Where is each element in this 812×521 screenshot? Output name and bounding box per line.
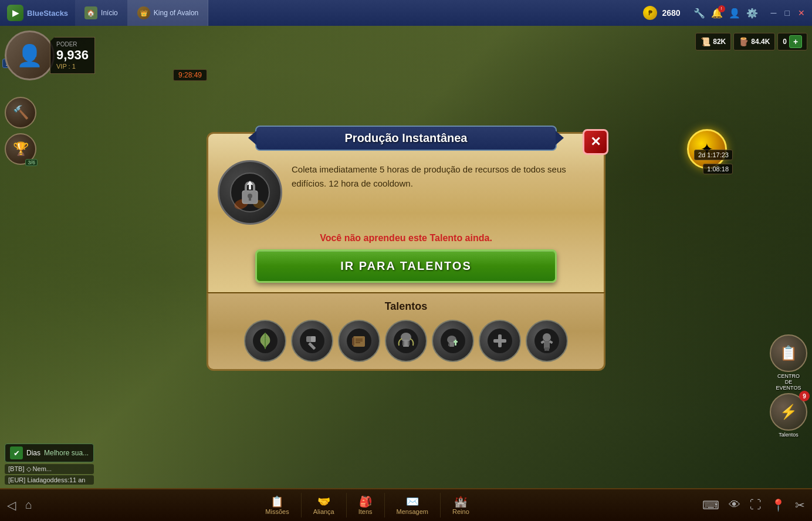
sidebar-btn-2-wrap: 🏆 3/6 — [5, 133, 36, 165]
quest-check-icon: ✔ — [10, 446, 23, 459]
inicio-tab-icon: 🏠 — [84, 6, 97, 19]
right-timer-area: 2d 1:17:23 1:08:18 — [694, 150, 733, 174]
svg-rect-10 — [311, 336, 316, 342]
nav-center: 📋 Missões 🤝 Aliança 🎒 Itens ✉️ Mensagem … — [253, 493, 481, 517]
tools-icon[interactable]: 🔧 — [693, 8, 705, 19]
talento-icon-1 — [252, 328, 278, 354]
tab-king-of-avalon[interactable]: 👑 King of Avalon — [128, 0, 209, 26]
sidebar-btn-1[interactable]: 🔨 — [5, 97, 36, 128]
svg-rect-25 — [448, 343, 450, 346]
koa-tab-label: King of Avalon — [154, 9, 199, 17]
resource-food: 📜 82K — [695, 33, 731, 50]
svg-rect-20 — [402, 341, 404, 346]
wood-icon: 🪵 — [739, 37, 749, 46]
modal-warning-text: Você não aprendeu este Talento ainda. — [218, 233, 594, 243]
svg-rect-30 — [493, 339, 506, 343]
other-value: 0 — [783, 38, 787, 46]
nav-alianca-btn[interactable]: 🤝 Aliança — [302, 493, 347, 517]
nav-keyboard-icon[interactable]: ⌨ — [702, 498, 719, 512]
tab-inicio[interactable]: 🏠 Início — [75, 0, 128, 26]
item-icon-svg — [229, 172, 270, 213]
talentos-btn[interactable]: ⚡ 9 Talentos — [770, 393, 807, 438]
close-button[interactable]: ✕ — [796, 8, 807, 18]
minimize-button[interactable]: ─ — [769, 8, 779, 18]
coin-icon: ₱ — [643, 6, 657, 20]
chat-line-1: [BTB] ◇ Nem... — [5, 464, 94, 474]
koa-tab-icon: 👑 — [137, 6, 150, 19]
nav-eye-icon[interactable]: 👁 — [729, 498, 740, 512]
nav-home-button[interactable]: ⌂ — [25, 498, 32, 512]
close-x-icon: ✕ — [590, 134, 601, 150]
player-avatar[interactable]: 👤 — [5, 31, 55, 80]
item-icon — [218, 160, 282, 225]
talento-item-4[interactable] — [385, 320, 427, 362]
modal-description: Coleta imediatamente 5 horas de produção… — [292, 160, 594, 191]
resources-bar: 📜 82K 🪵 84.4K 0 + — [695, 33, 807, 50]
building-timer: 9:28:49 — [173, 69, 207, 81]
talento-icon-4 — [393, 328, 419, 354]
itens-label: Itens — [358, 508, 373, 515]
nav-missoes-btn[interactable]: 📋 Missões — [253, 493, 301, 517]
notification-icon[interactable]: 🔔 ! — [711, 8, 723, 19]
talento-item-6[interactable] — [479, 320, 521, 362]
talentos-badge: 9 — [799, 391, 810, 401]
nav-back-button[interactable]: ◁ — [7, 498, 16, 512]
profile-icon[interactable]: 👤 — [729, 8, 740, 19]
centro-eventos-label: CENTRODEEVENTOS — [776, 373, 801, 391]
reino-icon: 🏰 — [454, 495, 467, 508]
quest-description: Melhore sua... — [44, 449, 89, 457]
nav-reino-btn[interactable]: 🏰 Reino — [441, 493, 481, 517]
resource-other: 0 + — [777, 33, 807, 50]
modal-bottom-section: Talentos — [207, 292, 605, 371]
talento-icon-3 — [346, 328, 372, 354]
modal-container: Produção Instantânea ✕ — [207, 132, 605, 371]
player-stats-panel: PODER 9,936 VIP : 1 — [50, 37, 95, 74]
maximize-button[interactable]: □ — [783, 8, 792, 18]
quest-check-btn[interactable]: ✔ Dias Melhore sua... — [5, 444, 94, 462]
nav-mensagem-btn[interactable]: ✉️ Mensagem — [385, 493, 441, 517]
bottom-nav-bar: ◁ ⌂ 📋 Missões 🤝 Aliança 🎒 Itens ✉️ Mensa… — [0, 488, 812, 521]
itens-icon: 🎒 — [359, 495, 372, 508]
go-to-talentos-button[interactable]: IR PARA TALENTOS — [255, 249, 557, 283]
reino-label: Reino — [452, 508, 469, 515]
svg-rect-37 — [547, 347, 549, 351]
player-info: 👤 PODER 9,936 VIP : 1 — [5, 31, 95, 80]
talento-item-1[interactable] — [244, 320, 286, 362]
nav-right: ⌨ 👁 ⛶ 📍 ✂ — [702, 498, 805, 512]
modal-top-section: Produção Instantânea ✕ — [207, 132, 605, 292]
nav-itens-btn[interactable]: 🎒 Itens — [347, 493, 385, 517]
left-sidebar: 🔨 🏆 3/6 — [5, 97, 36, 165]
modal-title: Produção Instantânea — [345, 131, 468, 144]
right-timer-1: 2d 1:17:23 — [694, 150, 733, 160]
vip-label: VIP : 1 — [56, 63, 89, 70]
svg-rect-21 — [408, 341, 410, 346]
poder-value: 9,936 — [56, 48, 89, 63]
talento-item-2[interactable] — [291, 320, 333, 362]
alianca-label: Aliança — [313, 508, 334, 515]
right-timer-2: 1:08:18 — [703, 164, 733, 174]
nav-fullscreen-icon[interactable]: ⛶ — [750, 498, 762, 512]
nav-location-icon[interactable]: 📍 — [771, 498, 786, 512]
chat-line-2: [EUR] Liadagoddess:11 an — [5, 475, 94, 485]
settings-icon[interactable]: ⚙️ — [746, 8, 758, 19]
talento-item-7[interactable] — [526, 320, 568, 362]
poder-label: PODER — [56, 41, 89, 48]
bluestacks-logo: ▶ BlueStacks — [0, 5, 75, 21]
svg-rect-27 — [454, 341, 458, 343]
food-icon: 📜 — [701, 37, 710, 46]
talento-item-3[interactable] — [338, 320, 380, 362]
svg-rect-5 — [249, 197, 251, 201]
modal-close-button[interactable]: ✕ — [583, 129, 608, 155]
modal-title-banner: Produção Instantânea — [255, 126, 557, 151]
wood-value: 84.4K — [751, 38, 770, 46]
talentos-section-title: Talentos — [218, 300, 594, 313]
mensagem-icon: ✉️ — [406, 495, 419, 508]
centro-eventos-btn[interactable]: 📋 CENTRODEEVENTOS — [770, 334, 807, 391]
inicio-tab-label: Início — [101, 9, 118, 17]
talento-item-5[interactable] — [432, 320, 474, 362]
bluestacks-logo-text: BlueStacks — [27, 9, 68, 18]
add-resource-button[interactable]: + — [789, 35, 802, 48]
sidebar-badge: 3/6 — [25, 159, 38, 166]
nav-scissors-icon[interactable]: ✂ — [795, 498, 805, 512]
centro-eventos-icon: 📋 — [770, 334, 807, 372]
